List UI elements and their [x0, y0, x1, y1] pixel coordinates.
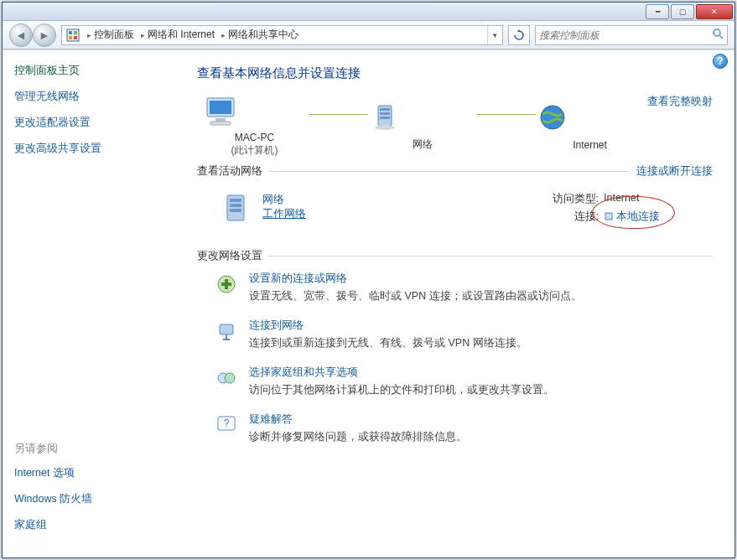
- map-node-computer: MAC-PC (此计算机): [200, 95, 309, 158]
- svg-rect-13: [380, 112, 390, 115]
- troubleshoot-icon: ?: [214, 412, 239, 438]
- task-connect-network: 连接到网络 连接到或重新连接到无线、有线、拨号或 VPN 网络连接。: [214, 319, 713, 350]
- network-map: MAC-PC (此计算机) 网络 Internet: [197, 95, 647, 158]
- svg-rect-19: [230, 199, 241, 202]
- svg-rect-20: [230, 204, 241, 207]
- section-heading: 更改网络设置: [197, 249, 262, 263]
- sidebar-link-sharing[interactable]: 更改高级共享设置: [14, 142, 167, 156]
- connection-link[interactable]: 本地连接: [616, 210, 660, 222]
- seealso-firewall[interactable]: Windows 防火墙: [14, 492, 167, 506]
- titlebar: ━ ▢ ✕: [3, 3, 734, 21]
- task-link[interactable]: 连接到网络: [249, 319, 304, 331]
- address-dropdown[interactable]: ▾: [487, 26, 502, 44]
- task-link[interactable]: 疑难解答: [249, 413, 293, 425]
- address-bar[interactable]: ▸控制面板 ▸网络和 Internet ▸网络和共享中心 ▾: [61, 25, 503, 45]
- task-desc: 设置无线、宽带、拨号、临时或 VPN 连接；或设置路由器或访问点。: [249, 289, 582, 303]
- svg-rect-8: [210, 101, 231, 114]
- map-connector: [309, 114, 368, 115]
- active-networks-section: 查看活动网络 连接或断开连接 网络 工作网络 访问类型: Internet: [197, 164, 713, 242]
- task-desc: 连接到或重新连接到无线、有线、拨号或 VPN 网络连接。: [249, 336, 527, 350]
- svg-text:?: ?: [224, 417, 230, 429]
- map-node-label: Internet: [536, 139, 645, 151]
- task-desc: 访问位于其他网络计算机上的文件和打印机，或更改共享设置。: [249, 383, 554, 397]
- sidebar-link-wireless[interactable]: 管理无线网络: [14, 90, 167, 104]
- forward-button[interactable]: ►: [33, 23, 56, 47]
- svg-rect-4: [74, 36, 77, 39]
- page-title: 查看基本网络信息并设置连接: [197, 65, 713, 81]
- breadcrumb-label: 控制面板: [94, 28, 134, 42]
- task-homegroup: 选择家庭组和共享选项 访问位于其他网络计算机上的文件和打印机，或更改共享设置。: [214, 366, 713, 397]
- nav-bar: ◄ ► ▸控制面板 ▸网络和 Internet ▸网络和共享中心 ▾: [3, 21, 734, 49]
- map-node-internet: Internet: [536, 102, 645, 151]
- search-input[interactable]: [539, 29, 712, 41]
- svg-rect-14: [380, 117, 390, 119]
- svg-rect-10: [210, 122, 231, 125]
- breadcrumb-label: 网络和共享中心: [228, 28, 298, 42]
- svg-rect-9: [215, 118, 226, 122]
- map-node-label: MAC-PC: [200, 132, 309, 143]
- svg-rect-25: [221, 283, 231, 286]
- map-node-network: 网络: [368, 101, 477, 152]
- search-icon: [712, 28, 724, 43]
- svg-line-6: [719, 35, 723, 39]
- sidebar: 控制面板主页 管理无线网络 更改适配器设置 更改高级共享设置 另请参阅 Inte…: [3, 50, 179, 557]
- svg-rect-1: [69, 31, 72, 34]
- main-pane: ? 查看基本网络信息并设置连接 查看完整映射 MAC-PC (此计算机) 网络 …: [179, 50, 734, 557]
- back-button[interactable]: ◄: [9, 23, 33, 47]
- change-settings-section: 更改网络设置 设置新的连接或网络 设置无线、宽带、拨号、临时或 VPN 连接；或…: [197, 249, 713, 444]
- new-connection-icon: [214, 272, 239, 297]
- svg-rect-26: [220, 324, 233, 334]
- svg-rect-22: [605, 213, 612, 220]
- content-area: 控制面板主页 管理无线网络 更改适配器设置 更改高级共享设置 另请参阅 Inte…: [3, 49, 734, 557]
- access-type-label: 访问类型:: [545, 192, 599, 206]
- connect-network-icon: [214, 319, 239, 344]
- breadcrumb-seg-1[interactable]: ▸控制面板: [84, 26, 138, 44]
- connection-label: 连接:: [545, 210, 599, 224]
- task-link[interactable]: 选择家庭组和共享选项: [249, 366, 358, 378]
- help-icon[interactable]: ?: [713, 54, 728, 69]
- maximize-button[interactable]: ▢: [671, 4, 694, 19]
- map-connector: [477, 114, 536, 115]
- network-icon: [368, 101, 402, 134]
- seealso-internet-options[interactable]: Internet 选项: [14, 466, 167, 480]
- breadcrumb-seg-3[interactable]: ▸网络和共享中心: [218, 26, 302, 44]
- svg-point-28: [225, 373, 235, 383]
- svg-rect-3: [69, 36, 72, 39]
- minimize-button[interactable]: ━: [646, 4, 669, 19]
- task-new-connection: 设置新的连接或网络 设置无线、宽带、拨号、临时或 VPN 连接；或设置路由器或访…: [214, 272, 713, 303]
- control-panel-icon: [62, 29, 84, 42]
- connect-disconnect-link[interactable]: 连接或断开连接: [636, 164, 713, 179]
- map-node-sublabel: (此计算机): [200, 143, 309, 158]
- sidebar-heading: 控制面板主页: [14, 64, 167, 78]
- globe-icon: [536, 102, 569, 136]
- homegroup-icon: [214, 366, 239, 391]
- active-network-name: 网络: [262, 192, 439, 207]
- task-link[interactable]: 设置新的连接或网络: [249, 272, 347, 284]
- computer-icon: [200, 95, 241, 128]
- seealso-heading: 另请参阅: [14, 442, 167, 456]
- adapter-icon: [604, 211, 614, 221]
- breadcrumb-seg-2[interactable]: ▸网络和 Internet: [138, 26, 218, 44]
- sidebar-link-adapter[interactable]: 更改适配器设置: [14, 116, 167, 130]
- active-network-type[interactable]: 工作网络: [262, 208, 306, 220]
- svg-rect-12: [380, 108, 390, 111]
- refresh-button[interactable]: [508, 25, 530, 45]
- seealso-homegroup[interactable]: 家庭组: [14, 518, 167, 532]
- map-node-label: 网络: [368, 137, 477, 152]
- search-box[interactable]: [535, 25, 728, 45]
- task-desc: 诊断并修复网络问题，或获得故障排除信息。: [249, 430, 467, 444]
- network-large-icon: [219, 192, 252, 226]
- section-heading: 查看活动网络: [197, 164, 262, 179]
- svg-rect-21: [230, 209, 241, 212]
- svg-point-15: [375, 125, 395, 130]
- window: ━ ▢ ✕ ◄ ► ▸控制面板 ▸网络和 Internet ▸网络和共享中心 ▾: [2, 2, 735, 558]
- svg-rect-2: [74, 31, 77, 34]
- breadcrumb-label: 网络和 Internet: [148, 28, 215, 42]
- close-button[interactable]: ✕: [696, 4, 733, 19]
- svg-point-5: [714, 29, 720, 36]
- view-full-map-link[interactable]: 查看完整映射: [647, 95, 713, 109]
- task-troubleshoot: ? 疑难解答 诊断并修复网络问题，或获得故障排除信息。: [214, 412, 713, 444]
- access-type-value: Internet: [604, 192, 639, 206]
